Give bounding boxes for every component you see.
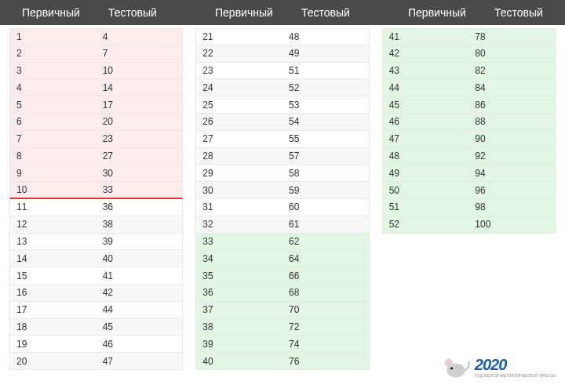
table-row: 4076 <box>195 353 369 370</box>
primary-cell: 35 <box>196 270 282 281</box>
table-row: 3261 <box>195 216 369 234</box>
test-cell: 30 <box>97 168 183 179</box>
table-row: 827 <box>9 148 183 165</box>
table-row: 1541 <box>9 267 183 285</box>
primary-cell: 9 <box>10 168 97 179</box>
mouse-icon <box>442 353 470 381</box>
test-cell: 80 <box>468 48 555 59</box>
test-cell: 59 <box>282 185 369 196</box>
table-row: 3668 <box>195 285 369 302</box>
test-cell: 90 <box>468 133 555 144</box>
test-cell: 70 <box>282 304 369 315</box>
table-row: 1845 <box>9 319 183 336</box>
test-cell: 66 <box>282 270 369 281</box>
test-cell: 41 <box>97 270 183 281</box>
primary-cell: 10 <box>10 184 97 195</box>
table-row: 4586 <box>382 96 556 114</box>
header-primary-2: Первичный <box>209 6 295 19</box>
watermark: 2020 ГОД БЕЛОЙ МЕТАЛЛИЧЕСКОЙ КРЫСЫ <box>442 353 556 381</box>
primary-cell: 16 <box>10 287 97 298</box>
table-row: 2047 <box>9 353 183 370</box>
primary-cell: 8 <box>10 151 97 162</box>
test-cell: 78 <box>468 31 555 42</box>
table-row: 3160 <box>195 199 369 216</box>
table-row: 1136 <box>9 199 183 216</box>
test-cell: 49 <box>282 48 369 59</box>
test-cell: 44 <box>97 304 183 315</box>
primary-cell: 22 <box>196 48 282 59</box>
primary-cell: 49 <box>383 168 469 179</box>
test-cell: 62 <box>282 236 369 247</box>
test-cell: 96 <box>468 185 555 196</box>
primary-cell: 2 <box>10 48 97 59</box>
test-cell: 58 <box>282 168 369 179</box>
table-row: 4994 <box>382 165 556 182</box>
test-cell: 48 <box>282 31 369 42</box>
primary-cell: 3 <box>10 65 97 76</box>
test-cell: 52 <box>282 82 369 93</box>
table-row: 3566 <box>195 267 369 285</box>
table-row: 2351 <box>195 63 369 80</box>
test-cell: 68 <box>282 287 369 298</box>
table-row: 1744 <box>9 302 183 319</box>
score-table-3: 4178428043824484458646884790489249945096… <box>382 28 556 370</box>
test-cell: 92 <box>468 151 555 162</box>
primary-cell: 5 <box>10 100 97 111</box>
table-row: 1238 <box>9 216 183 234</box>
test-cell: 88 <box>468 116 555 127</box>
primary-cell: 17 <box>10 304 97 315</box>
table-row: 1339 <box>9 234 183 251</box>
table-row: 4892 <box>382 148 556 165</box>
primary-cell: 51 <box>383 201 469 212</box>
table-row: 27 <box>9 45 183 63</box>
test-cell: 76 <box>282 356 369 367</box>
primary-cell: 27 <box>196 133 282 144</box>
table-row: 2249 <box>195 45 369 63</box>
primary-cell: 7 <box>10 133 97 144</box>
table-row: 2148 <box>195 28 369 45</box>
table-row: 2958 <box>195 165 369 182</box>
header-test-3: Тестовый <box>488 6 565 19</box>
primary-cell: 13 <box>10 236 97 247</box>
watermark-year: 2020 <box>475 357 507 372</box>
primary-cell: 45 <box>383 100 469 111</box>
test-cell: 82 <box>468 65 555 76</box>
primary-cell: 47 <box>383 133 469 144</box>
primary-cell: 46 <box>383 116 469 127</box>
test-cell: 23 <box>97 133 183 144</box>
primary-cell: 39 <box>196 339 282 350</box>
primary-cell: 28 <box>196 151 282 162</box>
score-table-2: 2148224923512452255326542755285729583059… <box>195 28 369 370</box>
table-row: 2654 <box>195 114 369 131</box>
primary-cell: 41 <box>383 31 469 42</box>
primary-cell: 19 <box>10 339 97 350</box>
primary-cell: 32 <box>196 219 282 230</box>
watermark-subtitle: ГОД БЕЛОЙ МЕТАЛЛИЧЕСКОЙ КРЫСЫ <box>475 373 556 378</box>
test-cell: 27 <box>97 151 183 162</box>
primary-cell: 31 <box>196 201 282 212</box>
test-cell: 84 <box>468 82 555 93</box>
primary-cell: 48 <box>383 151 469 162</box>
primary-cell: 33 <box>196 236 282 247</box>
primary-cell: 14 <box>10 253 97 264</box>
test-cell: 61 <box>282 219 369 230</box>
table-row: 1946 <box>9 336 183 353</box>
test-cell: 39 <box>97 236 183 247</box>
primary-cell: 29 <box>196 168 282 179</box>
test-cell: 64 <box>282 253 369 264</box>
primary-cell: 34 <box>196 253 282 264</box>
table-row: 517 <box>9 96 183 114</box>
table-row: 4280 <box>382 45 556 63</box>
table-row: 1440 <box>9 250 183 267</box>
table-row: 3770 <box>195 302 369 319</box>
table-row: 2452 <box>195 79 369 96</box>
primary-cell: 30 <box>196 185 282 196</box>
table-row: 1033 <box>9 182 183 199</box>
primary-cell: 12 <box>10 219 97 230</box>
table-row: 4790 <box>382 131 556 148</box>
primary-cell: 50 <box>383 185 469 196</box>
table-row: 5096 <box>382 182 556 199</box>
test-cell: 4 <box>97 31 183 42</box>
primary-cell: 4 <box>10 82 97 93</box>
test-cell: 45 <box>97 321 183 332</box>
